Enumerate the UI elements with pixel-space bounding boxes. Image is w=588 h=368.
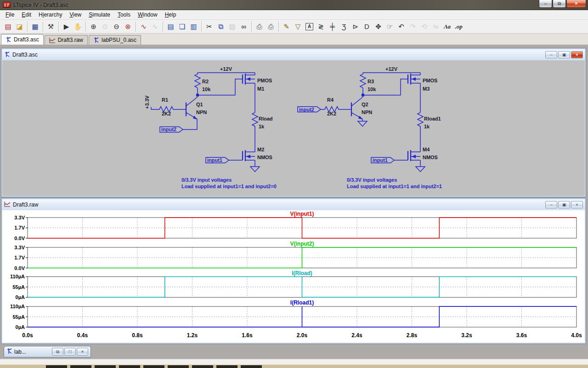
flag-input1-label[interactable]: input1 [207,157,222,163]
waveform-minimize-button[interactable]: – [545,201,557,208]
move-icon[interactable]: ✥ [373,21,384,32]
open-file-icon[interactable]: ◪ [14,21,25,32]
cut-icon[interactable]: ✂ [204,21,215,32]
minimized-maximize-button[interactable]: □ [64,348,76,356]
npn-q1-symbol[interactable] [186,97,198,120]
inductor-icon[interactable]: Ʒ [339,21,349,32]
print-preview-icon[interactable]: ⎙ [254,21,265,32]
tab-draft3-asc[interactable]: Draft3.asc [1,34,44,45]
text-icon[interactable]: Aa [442,21,452,32]
schematic-minimize-button[interactable]: – [545,51,557,58]
nmos-m2-symbol[interactable] [243,150,255,161]
find-icon[interactable]: ∞ [238,21,249,32]
left-note-line2[interactable]: Load supplied at input1=1 and input2=0 [181,184,277,189]
schematic-restore-button[interactable]: ▣ [558,51,570,58]
waveform-close-button[interactable]: × [571,201,583,208]
resistor-rload[interactable] [252,113,258,126]
r4-name[interactable]: R4 [327,97,334,103]
tile-vertical-icon[interactable]: ▥ [188,21,199,32]
trace-label-I(Rload1)[interactable]: I(Rload1) [290,299,314,306]
trace-label-V(input1)[interactable]: V(input1) [290,211,314,217]
m1-type[interactable]: PMOS [257,78,272,83]
rload1-name[interactable]: Rload1 [424,116,441,121]
minimized-restore-button[interactable]: ⧉ [52,348,63,356]
menu-help[interactable]: Help [161,11,180,19]
q1-type[interactable]: NPN [196,109,207,115]
pmos-m1-symbol[interactable] [243,74,255,85]
menu-window[interactable]: Window [134,11,161,19]
app-close-button[interactable]: × [566,0,586,8]
taskbar-items[interactable] [46,365,262,368]
menu-simulate[interactable]: Simulate [85,11,114,19]
flag-input2-label[interactable]: input2 [299,107,314,112]
waveform-restore-button[interactable]: ▣ [558,201,570,208]
zoom-in-icon[interactable]: ⊕ [88,21,99,32]
app-maximize-button[interactable]: ⧉ [553,0,566,8]
right-note-line2[interactable]: Load supplied at input1=1 and input2=1 [347,184,442,189]
q1-name[interactable]: Q1 [196,102,203,107]
rload-name[interactable]: Rload [259,116,273,121]
r3-name[interactable]: R3 [368,79,374,84]
spice-directive-icon[interactable]: .op [453,21,464,32]
menu-hierarchy[interactable]: Hierarchy [35,11,66,19]
windows-taskbar[interactable] [0,364,588,368]
pmos-m3-symbol[interactable] [408,74,420,85]
resistor-r2[interactable] [195,73,200,88]
tab-labpsu-0-asc[interactable]: labPSU_0.asc [89,35,141,45]
resistor-r3[interactable] [360,73,366,88]
capacitor-icon[interactable]: ╪ [327,21,338,32]
tab-draft3-raw[interactable]: Draft3.raw [45,35,88,45]
schematic-close-button[interactable]: × [571,51,583,58]
rload-value[interactable]: 1k [259,124,265,130]
trace-label-V(input2)[interactable]: V(input2) [290,241,314,247]
trace-label-I(Rload)[interactable]: I(Rload) [292,270,312,276]
flag-input2-label[interactable]: input2 [161,126,176,132]
m2-type[interactable]: NMOS [257,155,272,160]
m1-name[interactable]: M1 [257,86,264,92]
autorange-y-icon[interactable]: ∿ [138,21,149,32]
r4-value[interactable]: 2K2 [327,111,336,116]
minimized-window-labpsu[interactable]: lab... ⧉ □ × [4,346,91,357]
npn-q2-symbol[interactable] [351,97,363,120]
r2-value[interactable]: 10k [202,86,211,92]
nmos-m4-symbol[interactable] [408,150,420,161]
drag-icon[interactable]: ☞ [384,21,395,32]
ground-icon[interactable]: ▽ [293,21,303,32]
m4-type[interactable]: NMOS [423,155,438,160]
m2-name[interactable]: M2 [257,147,264,152]
right-note-line1[interactable]: 0/3.3V input voltages [347,177,397,183]
copy-icon[interactable]: ⧉ [215,21,226,32]
label-net-icon[interactable]: A [305,23,313,30]
supply-12v-label[interactable]: +12V [385,66,398,72]
resistor-icon[interactable]: ≷ [316,21,326,32]
zoom-full-extents-icon[interactable]: ⊗ [123,21,133,32]
app-minimize-button[interactable]: – [539,0,552,8]
r1-name[interactable]: R1 [162,97,168,103]
menu-tools[interactable]: Tools [114,11,134,19]
m3-name[interactable]: M3 [423,86,430,92]
m3-type[interactable]: PMOS [423,78,437,83]
component-icon[interactable]: D [362,21,372,32]
menu-view[interactable]: View [66,11,85,19]
right-nand-half-circuit[interactable] [298,73,425,172]
cascade-icon[interactable]: ❏ [177,21,187,32]
tile-horizontal-icon[interactable]: ▤ [165,21,176,32]
resistor-rload1[interactable] [418,113,423,126]
left-note-line1[interactable]: 0/3.3V input voltages [181,177,232,183]
schematic-canvas[interactable]: +3.3V R1 2K2 Q1 NPN R2 10k +12V PMOS M1 … [2,60,585,196]
r1-value[interactable]: 2K2 [162,111,171,116]
zoom-out-icon[interactable]: ⊖ [111,21,122,32]
waveform-window-title-bar[interactable]: Draft3.raw – ▣ × [2,199,585,210]
schematic-window-title-bar[interactable]: Draft3.asc – ▣ × [2,49,585,60]
flag-input1-label[interactable]: input1 [373,157,388,163]
print-icon[interactable]: ⎙ [266,21,276,32]
app-title-bar[interactable]: LT LTspice IV - Draft3.asc – ⧉ × [0,0,588,10]
control-panel-icon[interactable]: ⚒ [45,21,56,32]
supply-3v3-label[interactable]: +3.3V [144,95,150,109]
menu-edit[interactable]: Edit [18,11,35,19]
m4-name[interactable]: M4 [423,147,430,152]
waveform-plot-area[interactable]: 3.3V1.7V0.0VV(input1)3.3V1.7V0.0VV(input… [2,210,585,343]
diode-icon[interactable]: ⊳ [350,21,361,32]
r3-value[interactable]: 10k [368,86,376,92]
rload1-value[interactable]: 1k [424,124,430,130]
